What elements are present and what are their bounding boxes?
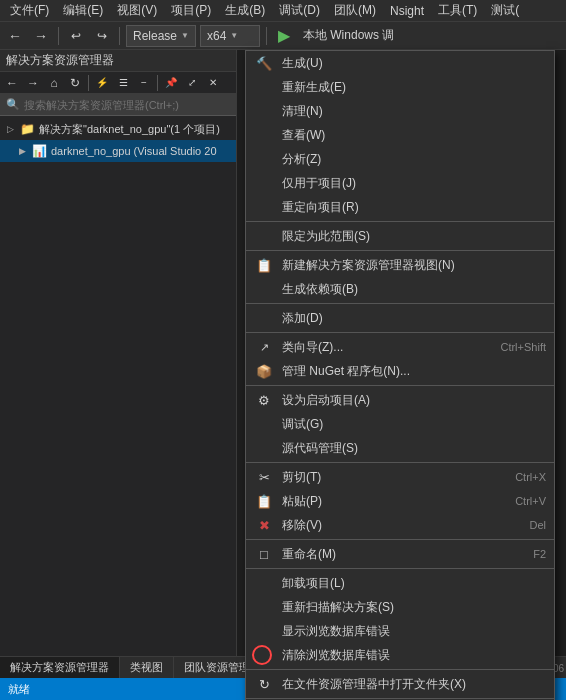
ctx-view[interactable]: 查看(W) [246, 123, 554, 147]
tab-solution-explorer-label: 解决方案资源管理器 [10, 660, 109, 675]
ctx-project-only[interactable]: 仅用于项目(J) [246, 171, 554, 195]
ctx-scope[interactable]: 限定为此范围(S) [246, 224, 554, 248]
ctx-rebuild[interactable]: 重新生成(E) [246, 75, 554, 99]
ctx-rescan[interactable]: 重新扫描解决方案(S) [246, 595, 554, 619]
panel-sync-btn[interactable]: ⚡ [92, 73, 112, 93]
menu-tools[interactable]: 工具(T) [432, 0, 483, 21]
x64-dropdown[interactable]: x64 ▼ [200, 25, 260, 47]
ctx-show-browse-errors[interactable]: 显示浏览数据库错误 [246, 619, 554, 643]
panel-title-text: 解决方案资源管理器 [6, 52, 114, 69]
forward-button[interactable]: → [30, 25, 52, 47]
panel-sep [88, 75, 89, 91]
ctx-class-wizard-shortcut: Ctrl+Shift [500, 341, 546, 353]
ctx-rename-label: 重命名(M) [282, 546, 513, 563]
panel-filter-btn[interactable]: ☰ [113, 73, 133, 93]
ctx-new-view-label: 新建解决方案资源管理器视图(N) [282, 257, 546, 274]
panel-collapse-btn[interactable]: − [134, 73, 154, 93]
ctx-build-label: 生成(U) [282, 55, 546, 72]
ctx-open-folder[interactable]: ↻ 在文件资源管理器中打开文件夹(X) [246, 672, 554, 696]
panel-title: 解决方案资源管理器 [0, 50, 236, 72]
ctx-class-wizard[interactable]: ↗ 类向导(Z)... Ctrl+Shift [246, 335, 554, 359]
ctx-analyze[interactable]: 分析(Z) [246, 147, 554, 171]
ctx-startup[interactable]: ⚙ 设为启动项目(A) [246, 388, 554, 412]
panel-maximize-btn[interactable]: ⤢ [182, 73, 202, 93]
menu-project[interactable]: 项目(P) [165, 0, 217, 21]
build-icon: 🔨 [254, 56, 274, 71]
ctx-nuget[interactable]: 📦 管理 NuGet 程序包(N)... [246, 359, 554, 383]
ctx-sep-3 [246, 385, 554, 386]
ctx-paste[interactable]: 📋 粘贴(P) Ctrl+V [246, 489, 554, 513]
menu-file[interactable]: 文件(F) [4, 0, 55, 21]
panel-forward-btn[interactable]: → [23, 73, 43, 93]
menu-build[interactable]: 生成(B) [219, 0, 271, 21]
panel-close-btn[interactable]: ✕ [203, 73, 223, 93]
ctx-nuget-label: 管理 NuGet 程序包(N)... [282, 363, 546, 380]
search-input[interactable] [24, 99, 230, 111]
ctx-rename[interactable]: □ 重命名(M) F2 [246, 542, 554, 566]
solution-node-label: 解决方案"darknet_no_gpu"(1 个项目) [39, 122, 220, 137]
ctx-new-view[interactable]: 📋 新建解决方案资源管理器视图(N) [246, 253, 554, 277]
release-dropdown[interactable]: Release ▼ [126, 25, 196, 47]
panel-pin-btn[interactable]: 📌 [161, 73, 181, 93]
ctx-unload[interactable]: 卸载项目(L) [246, 571, 554, 595]
menu-edit[interactable]: 编辑(E) [57, 0, 109, 21]
panel-home-btn[interactable]: ⌂ [44, 73, 64, 93]
ctx-debug-label: 调试(G) [282, 416, 546, 433]
cut-icon: ✂ [254, 470, 274, 485]
project-node[interactable]: ▶ 📊 darknet_no_gpu (Visual Studio 20 [0, 140, 236, 162]
ctx-build[interactable]: 🔨 生成(U) [246, 51, 554, 75]
x64-label: x64 [207, 29, 226, 43]
ctx-rebuild-label: 重新生成(E) [282, 79, 546, 96]
context-menu: 🔨 生成(U) 重新生成(E) 清理(N) 查看(W) 分析(Z) 仅用于项目(… [245, 50, 555, 700]
solution-node[interactable]: ▷ 📁 解决方案"darknet_no_gpu"(1 个项目) [0, 118, 236, 140]
panel-refresh-btn[interactable]: ↻ [65, 73, 85, 93]
toolbar: ← → ↩ ↪ Release ▼ x64 ▼ ▶ 本地 Windows 调 [0, 22, 566, 50]
menu-test[interactable]: 测试( [485, 0, 525, 21]
ctx-sep-1b [246, 250, 554, 251]
tab-class-view[interactable]: 类视图 [120, 657, 174, 679]
ctx-clean[interactable]: 清理(N) [246, 99, 554, 123]
ctx-add[interactable]: 添加(D) [246, 306, 554, 330]
ctx-scope-label: 限定为此范围(S) [282, 228, 546, 245]
startup-icon: ⚙ [254, 393, 274, 408]
ctx-clear-browse-errors-label: 清除浏览数据库错误 [282, 647, 546, 664]
ctx-add-label: 添加(D) [282, 310, 546, 327]
ctx-rename-shortcut: F2 [533, 548, 546, 560]
local-windows-label: 本地 Windows 调 [303, 27, 394, 44]
ctx-sep-6 [246, 669, 554, 670]
release-label: Release [133, 29, 177, 43]
project-expand-icon: ▶ [16, 146, 28, 156]
ctx-sep-5 [246, 568, 554, 569]
ctx-source-control[interactable]: 源代码管理(S) [246, 436, 554, 460]
panel-back-btn[interactable]: ← [2, 73, 22, 93]
project-icon: 📊 [32, 144, 47, 158]
ctx-sep-4b [246, 539, 554, 540]
undo-button[interactable]: ↩ [65, 25, 87, 47]
ctx-sep-2b [246, 332, 554, 333]
paste-icon: 📋 [254, 494, 274, 509]
nuget-icon: 📦 [254, 364, 274, 379]
ctx-remove[interactable]: ✖ 移除(V) Del [246, 513, 554, 537]
ctx-source-control-label: 源代码管理(S) [282, 440, 546, 457]
ctx-cut-shortcut: Ctrl+X [515, 471, 546, 483]
menu-team[interactable]: 团队(M) [328, 0, 382, 21]
toolbar-separator-2 [119, 27, 120, 45]
ctx-retarget[interactable]: 重定向项目(R) [246, 195, 554, 219]
ctx-retarget-label: 重定向项目(R) [282, 199, 546, 216]
tab-solution-explorer[interactable]: 解决方案资源管理器 [0, 657, 120, 679]
back-button[interactable]: ← [4, 25, 26, 47]
solution-panel: 解决方案资源管理器 ← → ⌂ ↻ ⚡ ☰ − 📌 ⤢ ✕ 🔍 ▷ 📁 解决方案… [0, 50, 237, 700]
redo-button[interactable]: ↪ [91, 25, 113, 47]
menu-debug[interactable]: 调试(D) [273, 0, 326, 21]
ctx-sep-6b [246, 698, 554, 699]
ctx-build-deps[interactable]: 生成依赖项(B) [246, 277, 554, 301]
ctx-startup-label: 设为启动项目(A) [282, 392, 546, 409]
menu-view[interactable]: 视图(V) [111, 0, 163, 21]
search-box: 🔍 [0, 94, 236, 116]
ctx-cut[interactable]: ✂ 剪切(T) Ctrl+X [246, 465, 554, 489]
ctx-remove-label: 移除(V) [282, 517, 509, 534]
menu-nsight[interactable]: Nsight [384, 2, 430, 20]
start-button[interactable]: ▶ [273, 25, 295, 47]
ctx-clear-browse-errors[interactable]: 清除浏览数据库错误 [246, 643, 554, 667]
ctx-debug[interactable]: 调试(G) [246, 412, 554, 436]
